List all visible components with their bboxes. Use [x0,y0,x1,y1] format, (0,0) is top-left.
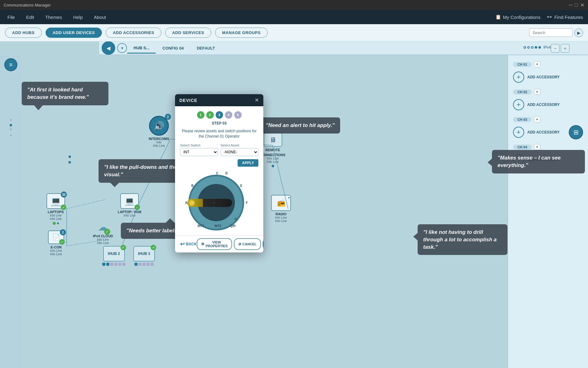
ch01-dropdown[interactable]: ▾ [534,61,540,67]
ch03-dropdown[interactable]: ▾ [534,116,540,122]
cancel-btn[interactable]: ⊘ CANCEL [234,238,261,250]
search-btn[interactable]: ▶ [574,28,583,37]
switch-point-int2: INT2 [215,224,222,228]
ihub2-node[interactable]: IHUB 2 ✓ [102,246,125,266]
switch-point-int1: INT1 [198,224,204,228]
laptops-status-dot [53,222,56,225]
ipv4-dot-4 [535,46,537,49]
view-properties-btn[interactable]: ⚙ VIEW PROPERTIES [197,238,232,250]
intercoms-badge: 2 [165,114,171,120]
channel-01-row: CH 01 ▾ [513,61,583,67]
ch04-dropdown[interactable]: ▾ [534,144,540,150]
laptops-check: ✓ [61,204,66,210]
intercoms-label: INTERCOMS [149,137,169,141]
svg-line-0 [67,199,105,209]
step-1-dot: 1 [197,111,204,119]
dialog-back-btn[interactable]: ↩ BACK [180,241,197,248]
zoom-plus-btn[interactable]: + [561,44,569,53]
ch03-add-btn[interactable]: + [513,127,524,138]
channel-03-row: CH 03 ▾ [513,116,583,122]
menu-file[interactable]: File [5,13,17,21]
scroll-up-arrow[interactable]: ‹ [10,117,12,122]
app-title: Communications Manager [4,3,51,7]
quote-box-4: "Makes sense – I can see everything." [492,150,585,173]
ch02-dropdown[interactable]: ▾ [534,89,540,95]
sidebar-menu-icon[interactable]: ≡ [4,58,17,71]
laptops-conn-dot [57,222,59,224]
ipv4-cloud-label: IPv4 CLOUD [93,234,113,238]
hub-tab-bar: ◀ ▾ HUB S... CONFIG 04 DEFAULT IPv4 − + [99,42,588,55]
hub-expand-btn[interactable]: ▾ [117,43,127,53]
econ-check: ✓ [59,239,65,245]
hub-tab-hubs[interactable]: HUB S... [127,43,156,54]
remote-connections-node[interactable]: 🖥 REMOTE CONNECTIONS Info Line Info Line [260,133,285,167]
ihub3-port-4 [147,263,150,266]
close-btn[interactable]: ✕ [580,2,584,8]
ihub2-port-3 [110,263,113,266]
laptops-badge: 32 [61,191,67,198]
ch02-label: CH 02 [513,90,532,94]
my-configurations-btn[interactable]: 📋 My Configurations [495,14,541,20]
ch02-add-label: ADD ACCESSORY [527,103,559,107]
radio-info1: Info Line [275,216,287,219]
laptops-label: LAPTOPS [48,210,64,214]
switch-point-c: C [216,172,218,175]
main-area: "At first it looked hard because it's br… [0,42,588,368]
scroll-indicator-1 [10,124,12,126]
hub-tab-config[interactable]: CONFIG 04 [156,43,190,53]
manage-groups-btn[interactable]: MANAGE GROUPS [215,28,268,38]
quote-box-1: "At first it looked hard because it's br… [22,82,108,105]
add-services-btn[interactable]: ADD SERVICES [165,28,211,38]
ihub2-port-5 [118,263,121,266]
menu-edit[interactable]: Edit [24,13,37,21]
step-desc: Please review assets and switch position… [180,129,258,139]
minimize-btn[interactable]: ─ [569,2,572,8]
switch-knob[interactable] [188,199,195,206]
add-user-devices-btn[interactable]: ADD USER DEVICES [46,28,102,38]
dialog-close-btn[interactable]: ✕ [255,97,259,103]
ihub3-port-5 [151,263,154,266]
settings-panel-btn[interactable]: ⊞ [569,125,583,139]
scroll-down-arrow[interactable]: ‹ [10,133,12,138]
add-accessories-btn[interactable]: ADD ACCESSORIES [106,28,161,38]
apply-btn[interactable]: APPLY [238,159,258,167]
find-features-btn[interactable]: 👓 Find Features [546,14,583,20]
radio-dropdown[interactable]: ▾ [288,196,290,199]
laptop-vgm-info1: Info Line [124,214,135,217]
add-hubs-btn[interactable]: ADD HUBS [5,28,42,38]
ipv4-label: IPv4 [543,45,551,50]
hub-back-btn[interactable]: ◀ [102,42,115,55]
intercoms-node[interactable]: 🔊 2 INTERCOMS Info Info Line [149,116,169,147]
cloud-check: ✓ [104,229,110,235]
ch02-add-btn[interactable]: + [513,99,524,110]
menu-bar: File Edit Themes Help About 📋 My Configu… [0,10,588,24]
laptops-node[interactable]: 💻 32 ✓ LAPTOPS Info Line Info Line [46,193,65,225]
remote-connections-label: CONNECTIONS [260,153,285,157]
switch-point-d: D [226,172,228,175]
ihub3-node[interactable]: IHUB 3 ✓ [133,246,155,266]
accept-btn[interactable]: ✓ ACCEPT [263,238,263,250]
menu-themes[interactable]: Themes [43,13,64,21]
menu-about[interactable]: About [91,13,108,21]
select-switch-dropdown[interactable]: INT EXT [180,148,218,156]
laptops-info2: Info Line [50,217,62,221]
radio-node[interactable]: 📻 ▾ RADIO Info Line Info Line [271,195,291,223]
zoom-minus-btn[interactable]: − [551,44,559,53]
hub-tab-default[interactable]: DEFAULT [190,43,222,53]
maximize-btn[interactable]: □ [575,2,578,8]
econ-label: E-CON [50,245,61,249]
radio-label: RADIO [275,212,286,216]
econ-node[interactable]: 📄 2 ✓ E-CON Info Line Info Line [48,230,64,256]
econ-badge: 2 [60,229,66,235]
ihub3-port-2 [138,263,142,266]
econ-info1: Info Line [50,249,62,252]
ch01-add-btn[interactable]: + [513,72,524,83]
menu-help[interactable]: Help [71,13,85,21]
laptop-vgm-node[interactable]: 💻 ✓ LAPTOP: VGM Info Line [118,193,141,217]
search-input[interactable] [529,28,573,37]
laptop-vgm-label: LAPTOP: VGM [118,210,141,214]
ipv4-cloud-node[interactable]: ☁ ✓ IPv4 CLOUD Info Line Info Line [93,221,113,245]
select-asset-dropdown[interactable]: -NONE- [221,148,259,156]
device-dialog: DEVICE ✕ 1 2 3 4 5 STEP 03 Please review… [175,94,263,252]
find-features-label: Find Features [554,15,583,20]
